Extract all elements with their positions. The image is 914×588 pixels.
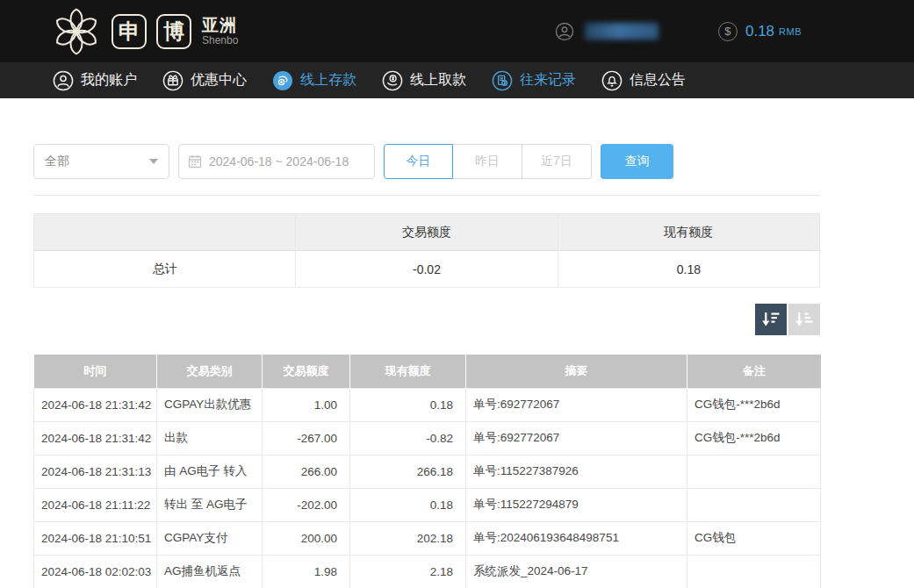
records-header-row: 时间 交易类别 交易额度 现有额度 摘要 备注 xyxy=(34,355,821,388)
records-table: 时间 交易类别 交易额度 现有额度 摘要 备注 2024-06-18 21:31… xyxy=(33,355,821,588)
col-header-amount: 交易额度 xyxy=(263,355,350,388)
table-row: 2024-06-18 21:11:22 转出 至 AG电子 -202.00 0.… xyxy=(34,488,821,521)
balance-display[interactable]: $ 0.18 RMB xyxy=(718,22,802,41)
table-row: 2024-06-18 21:10:51 CGPAY支付 200.00 202.1… xyxy=(34,521,821,555)
deposit-icon xyxy=(272,70,293,91)
quick-date-group: 今日 昨日 近7日 xyxy=(384,144,592,179)
logo-region-text: 亚洲 xyxy=(202,17,238,33)
cell-balance: 0.18 xyxy=(350,388,466,421)
records-icon xyxy=(492,70,513,91)
username-redacted[interactable] xyxy=(585,23,659,39)
cell-time: 2024-06-18 21:31:42 xyxy=(34,388,157,421)
cell-summary: 系统派发_2024-06-17 xyxy=(466,555,687,588)
sort-descending-button[interactable] xyxy=(755,304,787,335)
cell-balance: 2.18 xyxy=(350,555,466,588)
cell-remark: CG钱包-***2b6d xyxy=(687,388,821,421)
top-header: 申 博 亚洲 Shenbo $ 0.18 RMB xyxy=(0,0,914,62)
nav-item-announcements[interactable]: 信息公告 xyxy=(601,70,686,91)
cell-balance: -0.82 xyxy=(350,421,466,455)
cell-type: CGPAY支付 xyxy=(157,521,263,555)
brand-logo[interactable]: 申 博 亚洲 Shenbo xyxy=(51,6,238,57)
sort-controls xyxy=(33,304,820,335)
cell-remark: CG钱包 xyxy=(687,521,821,555)
cell-remark xyxy=(687,488,821,521)
dollar-icon: $ xyxy=(718,22,738,41)
logo-latin-text: Shenbo xyxy=(202,35,238,46)
cell-remark: CG钱包-***2b6d xyxy=(687,421,821,455)
nav-item-online-withdrawal[interactable]: 线上取款 xyxy=(382,70,466,91)
summary-total-row: 总计 -0.02 0.18 xyxy=(34,251,820,288)
calendar-icon xyxy=(188,154,202,169)
cell-remark xyxy=(687,455,821,488)
cell-type: 由 AG电子 转入 xyxy=(157,455,263,488)
user-icon xyxy=(53,70,74,91)
table-row: 2024-06-18 21:31:42 CGPAY出款优惠 1.00 0.18 … xyxy=(34,388,821,421)
nav-label: 信息公告 xyxy=(630,71,686,90)
cell-balance: 266.18 xyxy=(350,455,466,488)
nav-item-online-deposit[interactable]: 线上存款 xyxy=(272,70,356,91)
summary-current-balance: 0.18 xyxy=(558,251,819,288)
quick-btn-today[interactable]: 今日 xyxy=(384,144,453,179)
summary-header-transaction: 交易额度 xyxy=(296,214,558,251)
cell-type: 转出 至 AG电子 xyxy=(157,488,263,521)
balance-currency: RMB xyxy=(779,26,802,37)
cell-summary: 单号:692772067 xyxy=(466,388,687,421)
cell-summary: 单号:202406193648498751 xyxy=(466,521,687,555)
balance-amount: 0.18 xyxy=(745,23,774,40)
cell-remark xyxy=(687,555,821,588)
logo-char-shen: 申 xyxy=(112,14,147,49)
chevron-down-icon xyxy=(149,159,158,164)
category-select-value: 全部 xyxy=(45,154,69,169)
flower-logo-icon xyxy=(51,6,102,57)
summary-total-label: 总计 xyxy=(34,251,296,288)
cell-amount: 200.00 xyxy=(263,521,350,555)
sort-ascending-button[interactable] xyxy=(788,304,820,335)
cell-summary: 单号:115227387926 xyxy=(466,455,687,488)
nav-label: 优惠中心 xyxy=(191,71,247,90)
cell-amount: 266.00 xyxy=(263,455,350,488)
quick-btn-last7days[interactable]: 近7日 xyxy=(522,144,592,179)
col-header-balance: 现有额度 xyxy=(350,355,466,388)
cell-time: 2024-06-18 02:02:03 xyxy=(34,555,157,588)
summary-table: 交易额度 现有额度 总计 -0.02 0.18 xyxy=(33,213,820,288)
date-range-input[interactable]: 2024-06-18 ~ 2024-06-18 xyxy=(178,144,375,179)
col-header-summary: 摘要 xyxy=(466,355,687,388)
cell-type: CGPAY出款优惠 xyxy=(157,388,263,421)
nav-item-transaction-records[interactable]: 往来记录 xyxy=(492,70,576,91)
nav-label: 线上存款 xyxy=(300,71,356,90)
nav-item-promotions[interactable]: 优惠中心 xyxy=(162,70,247,91)
cell-type: 出款 xyxy=(157,421,263,455)
col-header-time: 时间 xyxy=(34,355,157,388)
cell-amount: 1.98 xyxy=(263,555,350,588)
nav-item-my-account[interactable]: 我的账户 xyxy=(53,70,137,91)
filter-bar: 全部 2024-06-18 ~ 2024-06-18 今日 昨日 近7日 查询 xyxy=(33,143,820,179)
search-button[interactable]: 查询 xyxy=(601,144,673,179)
sort-ascending-icon xyxy=(795,310,814,329)
nav-label: 我的账户 xyxy=(81,71,137,90)
sort-descending-icon xyxy=(761,310,781,329)
gift-icon xyxy=(162,70,184,91)
date-range-value: 2024-06-18 ~ 2024-06-18 xyxy=(209,154,349,169)
nav-label: 线上取款 xyxy=(410,71,466,90)
cell-amount: -267.00 xyxy=(263,421,350,455)
section-divider xyxy=(33,195,820,196)
withdraw-icon xyxy=(382,70,403,91)
cell-time: 2024-06-18 21:10:51 xyxy=(34,521,157,555)
summary-header-balance: 现有额度 xyxy=(558,214,819,251)
table-row: 2024-06-18 21:31:13 由 AG电子 转入 266.00 266… xyxy=(34,455,821,488)
logo-char-bo: 博 xyxy=(156,14,191,49)
col-header-remark: 备注 xyxy=(687,355,821,388)
cell-type: AG捕鱼机返点 xyxy=(157,555,263,588)
cell-balance: 202.18 xyxy=(350,521,466,555)
cell-amount: -202.00 xyxy=(263,488,350,521)
summary-transaction-total: -0.02 xyxy=(296,251,558,288)
cell-time: 2024-06-18 21:11:22 xyxy=(34,488,157,521)
cell-amount: 1.00 xyxy=(263,388,350,421)
summary-header-empty xyxy=(34,214,296,251)
table-row: 2024-06-18 02:02:03 AG捕鱼机返点 1.98 2.18 系统… xyxy=(34,555,821,588)
category-select[interactable]: 全部 xyxy=(33,144,169,179)
bell-icon xyxy=(601,70,623,91)
main-nav: 我的账户 优惠中心 线上存款 线上取款 xyxy=(0,62,914,98)
col-header-type: 交易类别 xyxy=(157,355,263,388)
quick-btn-yesterday[interactable]: 昨日 xyxy=(453,144,522,179)
